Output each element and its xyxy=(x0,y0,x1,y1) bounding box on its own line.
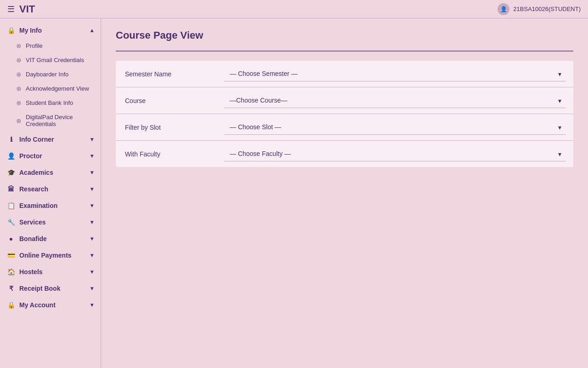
sidebar-item-profile[interactable]: ◎ Profile xyxy=(0,39,101,53)
cell-faculty: — Choose Faculty — ▾ xyxy=(217,141,573,167)
avatar: 👤 xyxy=(498,3,509,15)
research-icon: 🏛 xyxy=(7,185,15,193)
sidebar-item-bonafide[interactable]: ● Bonafide ▾ xyxy=(0,230,101,247)
select-wrapper-slot: — Choose Slot — ▾ xyxy=(224,120,566,135)
sidebar-section-services: 🔧 Services ▾ xyxy=(0,214,101,230)
sidebar-item-info-corner[interactable]: ℹ Info Corner ▾ xyxy=(0,131,101,148)
sidebar-label-profile: Profile xyxy=(26,42,43,49)
chevron-down-icon: ▾ xyxy=(90,202,93,209)
chevron-down-icon: ▾ xyxy=(90,269,93,275)
sidebar-section-hostels: 🏠 Hostels ▾ xyxy=(0,264,101,280)
circle-icon: ◎ xyxy=(17,57,21,63)
sidebar-item-examination[interactable]: 📋 Examination ▾ xyxy=(0,197,101,214)
sidebar-section-my-account: 🔒 My Account ▾ xyxy=(0,297,101,313)
chevron-down-icon: ▾ xyxy=(90,285,93,292)
lock-icon: 🔒 xyxy=(7,27,15,34)
sidebar-item-digitalpad[interactable]: ◎ DigitalPad Device Credentials xyxy=(0,110,101,131)
label-semester-name: Semester Name xyxy=(116,61,217,87)
form-row-semester: Semester Name — Choose Semester — ▾ xyxy=(116,61,573,87)
sidebar-item-services[interactable]: 🔧 Services ▾ xyxy=(0,214,101,230)
top-bar-left: ☰ VIT xyxy=(7,3,35,15)
form-row-filter-slot: Filter by Slot — Choose Slot — ▾ xyxy=(116,114,573,141)
chevron-down-icon: ▾ xyxy=(90,186,93,192)
sidebar-label-vit-gmail: VIT Gmail Credentials xyxy=(26,57,84,63)
sidebar-label-info-corner: Info Corner xyxy=(19,136,54,143)
circle-icon: ◎ xyxy=(17,86,21,92)
circle-icon: ◎ xyxy=(17,118,21,124)
sidebar-item-my-info[interactable]: 🔒 My Info ▴ xyxy=(0,22,101,39)
sidebar-item-hostels[interactable]: 🏠 Hostels ▾ xyxy=(0,264,101,280)
sidebar-section-research: 🏛 Research ▾ xyxy=(0,181,101,197)
chevron-down-icon: ▾ xyxy=(90,302,93,308)
sidebar-item-research[interactable]: 🏛 Research ▾ xyxy=(0,181,101,197)
course-form-table: Semester Name — Choose Semester — ▾ Cour… xyxy=(116,61,573,167)
chevron-down-icon: ▾ xyxy=(90,169,93,176)
sidebar-section-online-payments: 💳 Online Payments ▾ xyxy=(0,247,101,264)
label-faculty: With Faculty xyxy=(116,141,217,167)
page-title: Course Page View xyxy=(116,29,573,41)
content-area: Course Page View Semester Name — Choose … xyxy=(101,18,588,368)
chevron-up-icon: ▴ xyxy=(90,27,93,34)
sidebar-item-vit-gmail[interactable]: ◎ VIT Gmail Credentials xyxy=(0,53,101,67)
sidebar-label-my-info: My Info xyxy=(19,27,42,34)
sidebar-label-proctor: Proctor xyxy=(19,152,42,160)
payments-icon: 💳 xyxy=(7,252,15,259)
cell-filter-slot: — Choose Slot — ▾ xyxy=(217,114,573,141)
form-row-course: Course —Choose Course— ▾ xyxy=(116,87,573,114)
sidebar-label-receipt-book: Receipt Book xyxy=(19,285,60,292)
sidebar-item-acknowledgement[interactable]: ◎ Acknowledgement View xyxy=(0,81,101,96)
circle-icon: ◎ xyxy=(17,71,21,77)
account-lock-icon: 🔒 xyxy=(7,301,15,309)
sidebar-label-research: Research xyxy=(19,185,48,193)
select-wrapper-course: —Choose Course— ▾ xyxy=(224,93,566,108)
sidebar-item-my-account[interactable]: 🔒 My Account ▾ xyxy=(0,297,101,313)
sidebar-label-dayboarder: Dayboarder Info xyxy=(26,71,68,78)
info-icon: ℹ xyxy=(7,136,15,143)
sidebar-label-examination: Examination xyxy=(19,202,57,209)
label-course: Course xyxy=(116,87,217,114)
sidebar-section-academics: 🎓 Academics ▾ xyxy=(0,164,101,181)
proctor-icon: 👤 xyxy=(7,152,15,160)
brand-title: VIT xyxy=(19,3,35,15)
sidebar-item-student-bank[interactable]: ◎ Student Bank Info xyxy=(0,96,101,110)
sidebar-item-receipt-book[interactable]: ₹ Receipt Book ▾ xyxy=(0,280,101,297)
chevron-down-icon: ▾ xyxy=(90,236,93,242)
form-row-faculty: With Faculty — Choose Faculty — ▾ xyxy=(116,141,573,167)
sidebar-section-info-corner: ℹ Info Corner ▾ xyxy=(0,131,101,148)
sidebar-label-student-bank: Student Bank Info xyxy=(26,99,73,106)
course-select[interactable]: —Choose Course— xyxy=(224,93,566,108)
sidebar-item-proctor[interactable]: 👤 Proctor ▾ xyxy=(0,148,101,164)
select-wrapper-faculty: — Choose Faculty — ▾ xyxy=(224,146,566,161)
sidebar-label-academics: Academics xyxy=(19,169,53,176)
services-icon: 🔧 xyxy=(7,218,15,226)
select-wrapper-semester: — Choose Semester — ▾ xyxy=(224,66,566,81)
examination-icon: 📋 xyxy=(7,202,15,209)
top-bar: ☰ VIT 👤 21BSA10026(STUDENT) xyxy=(0,0,588,18)
hostels-icon: 🏠 xyxy=(7,268,15,276)
sidebar-item-dayboarder[interactable]: ◎ Dayboarder Info xyxy=(0,67,101,81)
sidebar-label-online-payments: Online Payments xyxy=(19,252,72,259)
sidebar-label-bonafide: Bonafide xyxy=(19,235,47,242)
receipt-icon: ₹ xyxy=(7,285,15,292)
cell-semester-name: — Choose Semester — ▾ xyxy=(217,61,573,87)
faculty-select[interactable]: — Choose Faculty — xyxy=(224,146,566,161)
sidebar-label-digitalpad: DigitalPad Device Credentials xyxy=(26,114,93,127)
sidebar-item-online-payments[interactable]: 💳 Online Payments ▾ xyxy=(0,247,101,264)
circle-icon: ◎ xyxy=(17,43,21,49)
sidebar-label-acknowledgement: Acknowledgement View xyxy=(26,85,89,92)
sidebar-item-academics[interactable]: 🎓 Academics ▾ xyxy=(0,164,101,181)
sidebar-section-examination: 📋 Examination ▾ xyxy=(0,197,101,214)
sidebar: 🔒 My Info ▴ ◎ Profile ◎ VIT Gmail Creden… xyxy=(0,18,101,368)
chevron-down-icon: ▾ xyxy=(90,153,93,159)
user-label: 21BSA10026(STUDENT) xyxy=(513,6,581,12)
cell-course: —Choose Course— ▾ xyxy=(217,87,573,114)
chevron-down-icon: ▾ xyxy=(90,219,93,225)
slot-select[interactable]: — Choose Slot — xyxy=(224,120,566,135)
academics-icon: 🎓 xyxy=(7,169,15,176)
hamburger-icon[interactable]: ☰ xyxy=(7,4,15,14)
main-layout: 🔒 My Info ▴ ◎ Profile ◎ VIT Gmail Creden… xyxy=(0,18,588,368)
sidebar-label-services: Services xyxy=(19,218,46,226)
circle-icon: ◎ xyxy=(17,100,21,106)
divider xyxy=(116,51,573,52)
semester-select[interactable]: — Choose Semester — xyxy=(224,66,566,81)
